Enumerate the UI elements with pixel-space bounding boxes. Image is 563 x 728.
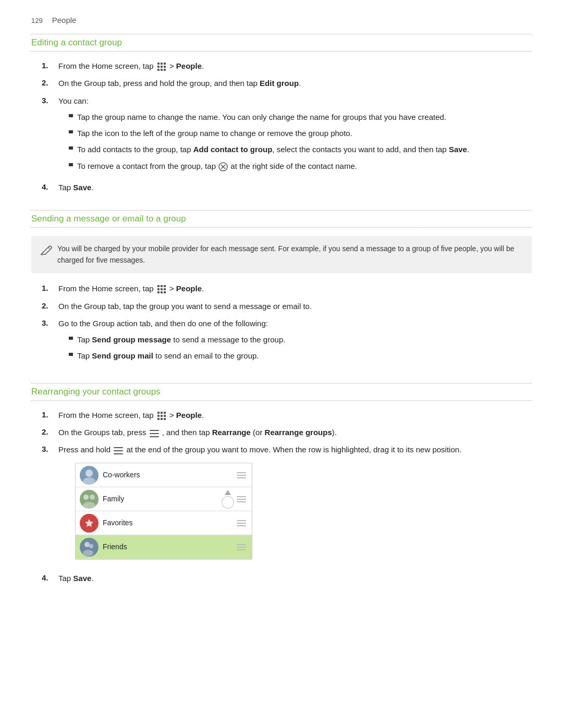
reorder-hold-icon <box>114 446 123 454</box>
group-label-family: Family <box>103 493 231 505</box>
svg-rect-1 <box>161 63 163 65</box>
reorder-icon <box>150 429 159 437</box>
bullet-item: Tap the icon to the left of the group na… <box>69 127 532 139</box>
group-reorder-favorites <box>235 520 248 526</box>
save-label: Save <box>449 145 467 154</box>
people-label: People <box>176 284 202 293</box>
group-row-friends: Friends <box>76 535 252 559</box>
bullet-square-icon <box>69 163 73 166</box>
svg-rect-32 <box>150 436 159 437</box>
page-title: People <box>52 16 77 24</box>
section-sending-message: Sending a message or email to a group Yo… <box>31 210 532 366</box>
svg-rect-20 <box>164 291 166 293</box>
step-num: 1. <box>42 60 53 72</box>
svg-rect-25 <box>161 415 163 417</box>
save-label: Save <box>73 183 91 192</box>
note-pencil-icon <box>39 243 52 257</box>
svg-rect-8 <box>164 69 166 71</box>
step-content: Go to the Group action tab, and then do … <box>58 317 532 366</box>
sending-steps-list: 1. From the Home screen, tap <box>42 282 532 366</box>
svg-rect-31 <box>150 433 159 434</box>
step-content: You can: Tap the group name to change th… <box>58 95 532 176</box>
svg-rect-13 <box>161 285 163 287</box>
you-can-bullets: Tap the group name to change the name. Y… <box>69 111 532 172</box>
svg-point-38 <box>83 495 89 500</box>
section-rearranging: Rearranging your contact groups 1. From … <box>31 383 532 585</box>
editing-steps-list: 1. From the Home screen, tap <box>42 60 532 193</box>
bullet-square-icon <box>69 130 73 133</box>
bullet-text: To remove a contact from the group, tap … <box>77 160 357 172</box>
svg-rect-7 <box>161 69 163 71</box>
rearranging-step-3: 3. Press and hold at the end of the grou… <box>42 443 532 567</box>
svg-rect-21 <box>157 412 160 414</box>
step-content: From the Home screen, tap > People. <box>58 282 532 294</box>
group-label-favorites: Favorites <box>103 517 231 529</box>
bullet-text: To add contacts to the group, tap Add co… <box>77 143 469 155</box>
svg-rect-33 <box>114 447 123 448</box>
rearranging-step-1: 1. From the Home screen, tap <box>42 409 532 421</box>
step-num: 3. <box>42 443 53 455</box>
bullet-text: Tap Send group mail to send an email to … <box>77 350 259 362</box>
section-title-editing: Editing a contact group <box>31 34 532 52</box>
groups-screenshot: Co-workers Family <box>75 463 252 560</box>
svg-point-36 <box>85 470 93 477</box>
step-num: 2. <box>42 426 53 438</box>
svg-rect-16 <box>161 288 163 290</box>
step-content: Tap Save. <box>58 572 532 584</box>
step-content: Press and hold at the end of the group y… <box>58 443 532 567</box>
bullet-item: To remove a contact from the group, tap … <box>69 160 532 172</box>
rearrange-label: Rearrange <box>212 428 251 437</box>
rearranging-step-4: 4. Tap Save. <box>42 572 532 584</box>
save-label: Save <box>73 574 91 583</box>
svg-point-42 <box>89 544 93 548</box>
svg-point-41 <box>84 542 90 547</box>
section-title-sending: Sending a message or email to a group <box>31 210 532 228</box>
rearrange-groups-label: Rearrange groups <box>265 428 332 437</box>
note-text: You will be charged by your mobile provi… <box>57 244 515 264</box>
group-row-favorites: Favorites <box>76 511 252 535</box>
send-group-message-label: Send group message <box>92 335 171 344</box>
svg-point-37 <box>83 477 95 485</box>
group-label-friends: Friends <box>103 541 231 553</box>
svg-rect-18 <box>157 291 160 293</box>
drag-arrow-icon <box>222 490 234 509</box>
bullet-text: Tap the group name to change the name. Y… <box>77 111 446 123</box>
svg-rect-28 <box>161 418 163 420</box>
svg-point-39 <box>90 495 95 500</box>
apps-grid-icon <box>157 285 166 294</box>
svg-rect-29 <box>164 418 166 420</box>
sending-step-1: 1. From the Home screen, tap <box>42 282 532 294</box>
edit-group-label: Edit group <box>260 79 299 88</box>
step-num: 1. <box>42 282 53 294</box>
step-num: 2. <box>42 300 53 312</box>
x-circle-icon <box>218 162 228 171</box>
svg-rect-4 <box>161 66 163 68</box>
step-content: On the Group tab, press and hold the gro… <box>58 77 532 89</box>
svg-rect-24 <box>157 415 160 417</box>
page-header: 129 People <box>31 16 532 24</box>
bullet-square-icon <box>69 146 73 150</box>
svg-rect-3 <box>157 66 160 68</box>
arrow-up-icon <box>225 490 231 495</box>
editing-step-2: 2. On the Group tab, press and hold the … <box>42 77 532 89</box>
step-content: From the Home screen, tap > People. <box>58 409 532 421</box>
step-num: 2. <box>42 77 53 89</box>
group-avatar-family <box>80 490 99 509</box>
svg-point-40 <box>83 502 95 509</box>
step-num: 4. <box>42 181 53 193</box>
rearranging-steps-list: 1. From the Home screen, tap <box>42 409 532 585</box>
svg-rect-30 <box>150 430 159 431</box>
people-label: People <box>176 61 202 70</box>
svg-rect-6 <box>157 69 160 71</box>
group-row-family: Family <box>76 487 252 511</box>
step-content: On the Group tab, tap the group you want… <box>58 300 532 312</box>
group-avatar-friends <box>80 538 99 557</box>
sending-step-3: 3. Go to the Group action tab, and then … <box>42 317 532 366</box>
svg-rect-14 <box>164 285 166 287</box>
group-reorder-family <box>235 496 248 502</box>
step-content: From the Home screen, tap > People. <box>58 60 532 72</box>
group-avatar-coworkers <box>80 466 99 485</box>
step-num: 3. <box>42 317 53 329</box>
svg-rect-15 <box>157 288 160 290</box>
bullet-item: Tap Send group message to send a message… <box>69 334 532 346</box>
